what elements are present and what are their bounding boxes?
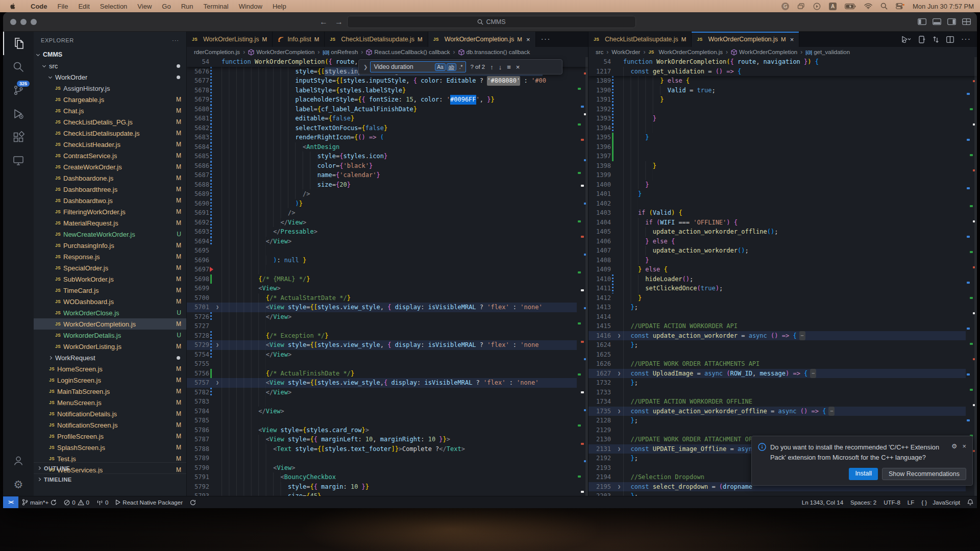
tree-file-Response.js[interactable]: JSResponse.jsM bbox=[34, 251, 186, 262]
zoom-window-button[interactable] bbox=[31, 19, 37, 25]
cursor-position-item[interactable]: Ln 1343, Col 14 bbox=[798, 499, 847, 506]
breadcrumb-item[interactable]: src bbox=[596, 49, 603, 55]
accounts-icon[interactable] bbox=[3, 449, 34, 472]
code-line-1733[interactable]: 1733 bbox=[589, 388, 977, 397]
code-line-5690[interactable]: 5690)} bbox=[187, 199, 588, 209]
code-line-1732[interactable]: 1732}; bbox=[589, 378, 977, 388]
wifi-icon[interactable] bbox=[864, 3, 872, 9]
project-section-header[interactable]: CMMS bbox=[34, 49, 186, 60]
menu-item-view[interactable]: View bbox=[132, 3, 157, 10]
code-line-5693[interactable]: 5693</Pressable> bbox=[187, 227, 588, 237]
code-line-5757[interactable]: 5757❯<View style={[styles.view_style,{ d… bbox=[187, 378, 588, 388]
indentation-item[interactable]: Spaces: 2 bbox=[847, 499, 880, 506]
code-line-5678[interactable]: 5678labelStyle={styles.labelStyle} bbox=[187, 86, 588, 95]
code-line-1409[interactable]: 1409} else { bbox=[589, 265, 977, 274]
code-line-5791[interactable]: 5791<BouncyCheckbox bbox=[187, 472, 588, 482]
breadcrumb-item[interactable]: JSWorkOrderCompletion.js bbox=[648, 49, 723, 55]
menubar-clock[interactable]: Mon Jun 30 7:57 PM bbox=[913, 3, 974, 10]
toggle-panel-icon[interactable] bbox=[933, 18, 941, 25]
code-line-5681[interactable]: 5681editable={false} bbox=[187, 114, 588, 123]
tree-file-HomeScreen.js[interactable]: JSHomeScreen.jsM bbox=[34, 363, 186, 374]
code-line-5680[interactable]: 5680label={cf_label_ActualFinishDate} bbox=[187, 105, 588, 114]
tree-file-FilteringWorkOrder.js[interactable]: JSFilteringWorkOrder.jsM bbox=[34, 206, 186, 217]
explorer-activity-icon[interactable] bbox=[3, 32, 34, 55]
toggle-replace-chevron[interactable]: ❯ bbox=[361, 64, 370, 70]
tree-file-WorkOrderListing.js[interactable]: JSWorkOrderListing.jsM bbox=[34, 341, 186, 352]
toggle-sidebar-left-icon[interactable] bbox=[918, 18, 926, 25]
tree-file-Dashboardthree.js[interactable]: JSDashboardthree.jsM bbox=[34, 184, 186, 195]
code-line-1398[interactable]: 1398} bbox=[589, 161, 977, 171]
code-line-1400[interactable]: 1400} bbox=[589, 180, 977, 190]
apple-menu-icon[interactable] bbox=[9, 3, 16, 10]
tree-folder-src[interactable]: src bbox=[34, 60, 186, 71]
code-line-1406[interactable]: 1406} else { bbox=[589, 237, 977, 246]
extensions-activity-icon[interactable] bbox=[3, 126, 34, 149]
code-line-1624[interactable]: 1624}; bbox=[589, 340, 977, 350]
install-button[interactable]: Install bbox=[849, 468, 878, 480]
play-circle-menu-icon[interactable] bbox=[813, 3, 821, 10]
sticky-line-1217[interactable]: 1217const get_validation = () => { bbox=[589, 67, 977, 77]
code-line-2128[interactable]: 2128}; bbox=[589, 416, 977, 425]
menu-item-selection[interactable]: Selection bbox=[95, 3, 132, 10]
code-line-1407[interactable]: 1407update_action_workorder(); bbox=[589, 246, 977, 256]
tree-file-SubWorkOrder.js[interactable]: JSSubWorkOrder.jsM bbox=[34, 273, 186, 285]
breadcrumb-right[interactable]: src›WorkOrder›JSWorkOrderCompletion.js›W… bbox=[589, 47, 977, 57]
tree-file-WorkOrderCompletion.js[interactable]: JSWorkOrderCompletion.jsM bbox=[34, 318, 186, 330]
code-line-5785[interactable]: 5785 bbox=[187, 416, 588, 425]
code-line-5789[interactable]: 5789 bbox=[187, 454, 588, 463]
code-line-5726[interactable]: 5726</View> bbox=[187, 312, 588, 322]
code-line-5782[interactable]: 5782</View> bbox=[187, 388, 588, 397]
code-line-5784[interactable]: 5784</View> bbox=[187, 407, 588, 416]
code-line-5788[interactable]: 5788<Text style={[styles.text_footer]}>C… bbox=[187, 444, 588, 454]
split-editor-icon[interactable] bbox=[946, 36, 954, 43]
battery-icon[interactable] bbox=[845, 4, 856, 9]
eol-item[interactable]: LF bbox=[904, 499, 918, 506]
tree-file-NotificationScreen.js[interactable]: JSNotificationScreen.jsM bbox=[34, 419, 186, 431]
ports-item[interactable]: 0 bbox=[93, 499, 112, 506]
code-line-1389[interactable]: 1389} else { bbox=[589, 76, 977, 86]
tree-file-WorkOrderClose.js[interactable]: JSWorkOrderClose.jsU bbox=[34, 307, 186, 318]
customize-layout-icon[interactable] bbox=[962, 18, 971, 25]
code-line-5701[interactable]: 5701❯<View style={[styles.view_style, { … bbox=[187, 303, 588, 312]
tree-file-SpecialOrder.js[interactable]: JSSpecialOrder.jsM bbox=[34, 262, 186, 273]
remote-explorer-activity-icon[interactable] bbox=[3, 149, 34, 172]
tree-file-TimeCard.js[interactable]: JSTimeCard.jsM bbox=[34, 285, 186, 296]
input-source-menu-icon[interactable]: A bbox=[829, 3, 837, 10]
code-line-2203[interactable]: 2203}; bbox=[589, 491, 977, 496]
code-line-1411[interactable]: 1411setClickedOnce(true); bbox=[589, 284, 977, 293]
code-line-1405[interactable]: 1405update_action_workorder_offline(); bbox=[589, 227, 977, 237]
code-line-5699[interactable]: 5699<View> bbox=[187, 284, 588, 293]
code-line-5700[interactable]: 5700{/* ActualStartDate */} bbox=[187, 293, 588, 303]
code-line-1625[interactable]: 1625 bbox=[589, 350, 977, 360]
notification-settings-gear-icon[interactable]: ⚙ bbox=[951, 442, 957, 450]
git-branch-item[interactable]: main*+ bbox=[18, 499, 60, 506]
notifications-bell-item[interactable] bbox=[964, 499, 977, 506]
code-line-5684[interactable]: 5684<AntDesign bbox=[187, 142, 588, 152]
whole-word-toggle[interactable]: ab bbox=[447, 63, 456, 71]
notification-close-icon[interactable]: × bbox=[963, 442, 966, 450]
find-in-selection-button[interactable]: ≡ bbox=[507, 63, 511, 71]
grammarly-menu-icon[interactable]: G bbox=[781, 3, 789, 10]
code-line-1404[interactable]: 1404if (WIFI === 'OFFLINE') { bbox=[589, 218, 977, 228]
tree-file-NewCreateWorkOrder.js[interactable]: JSNewCreateWorkOrder.jsU bbox=[34, 229, 186, 240]
outline-section[interactable]: OUTLINE bbox=[34, 462, 186, 473]
code-line-1399[interactable]: 1399 bbox=[589, 170, 977, 180]
code-line-5688[interactable]: 5688size={20} bbox=[187, 180, 588, 190]
code-line-5697[interactable]: 5697 bbox=[187, 265, 588, 274]
tree-folder-WorkOrder[interactable]: WorkOrder bbox=[34, 71, 186, 83]
code-line-1410[interactable]: 1410hideLoader(); bbox=[589, 274, 977, 284]
code-line-5682[interactable]: 5682selectTextOnFocus={false} bbox=[187, 123, 588, 133]
settings-gear-icon[interactable]: ⚙ bbox=[3, 472, 34, 496]
breadcrumb-item[interactable]: [@]onRefresh bbox=[323, 49, 358, 55]
menu-item-window[interactable]: Window bbox=[234, 3, 267, 10]
control-center-icon[interactable] bbox=[896, 3, 904, 9]
code-line-1415[interactable]: 1415//UPDATE ACTION WORKORDER API bbox=[589, 321, 977, 331]
code-line-5695[interactable]: 5695 bbox=[187, 246, 588, 256]
code-line-5687[interactable]: 5687name={'calendar'} bbox=[187, 170, 588, 180]
menu-item-run[interactable]: Run bbox=[176, 3, 199, 10]
more-actions-icon[interactable]: ··· bbox=[961, 35, 971, 44]
code-line-5694[interactable]: 5694</View> bbox=[187, 237, 588, 246]
code-line-1401[interactable]: 1401} bbox=[589, 189, 977, 199]
menu-item-help[interactable]: Help bbox=[267, 3, 291, 10]
tab-CheckListDetalisupdate.js[interactable]: JSCheckListDetalisupdate.jsM bbox=[589, 32, 692, 47]
